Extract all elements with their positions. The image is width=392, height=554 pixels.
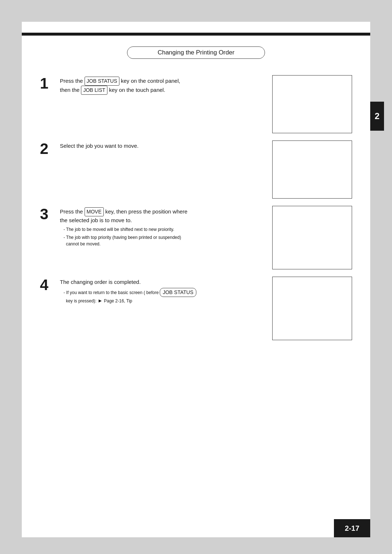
arrow-icon: ► (98, 298, 103, 304)
step-1-content: Press the JOB STATUS key on the control … (60, 75, 272, 96)
page-number-box: 2-17 (334, 519, 370, 537)
step-3-note-2: - The job with top priority (having been… (60, 234, 265, 247)
page-container: 2 Changing the Printing Order 1 Press th… (22, 22, 370, 537)
step-3-note-1: - The job to be moved will be shifted ne… (60, 226, 265, 233)
step-2-row: 2 Select the job you want to move. (40, 140, 352, 199)
side-tab: 2 (370, 102, 384, 131)
page-title: Changing the Printing Order (158, 49, 234, 56)
step-1-number: 1 (40, 75, 60, 91)
side-tab-number: 2 (375, 111, 379, 121)
step-1-text: Press the JOB STATUS key on the control … (60, 77, 265, 95)
job-list-key: JOB LIST (81, 86, 107, 95)
step-4-image (272, 277, 352, 340)
step-4-number: 4 (40, 277, 60, 293)
job-status-key-1: JOB STATUS (85, 77, 119, 86)
step-2-image (272, 140, 352, 199)
step-3-image (272, 206, 352, 269)
step-4-row: 4 The changing order is completed. - If … (40, 277, 352, 340)
content-area: Changing the Printing Order 1 Press the … (22, 36, 370, 537)
move-key: MOVE (85, 207, 104, 216)
job-status-key-2: JOB STATUS (160, 288, 196, 297)
step-1-image (272, 75, 352, 133)
step-3-number: 3 (40, 206, 60, 222)
step-2-number: 2 (40, 140, 60, 156)
step-1-row: 1 Press the JOB STATUS key on the contro… (40, 75, 352, 133)
page-number: 2-17 (345, 524, 359, 533)
top-bar (22, 33, 370, 36)
title-box: Changing the Printing Order (127, 46, 265, 59)
step-4-text: The changing order is completed. (60, 278, 265, 286)
step-2-content: Select the job you want to move. (60, 140, 272, 152)
step-3-content: Press the MOVE key, then press the posit… (60, 206, 272, 247)
step-3-text: Press the MOVE key, then press the posit… (60, 207, 265, 225)
step-4-content: The changing order is completed. - If yo… (60, 277, 272, 305)
step-3-row: 3 Press the MOVE key, then press the pos… (40, 206, 352, 269)
step-4-note: - If you want to return to the basic scr… (60, 288, 265, 305)
step-2-text: Select the job you want to move. (60, 142, 265, 150)
